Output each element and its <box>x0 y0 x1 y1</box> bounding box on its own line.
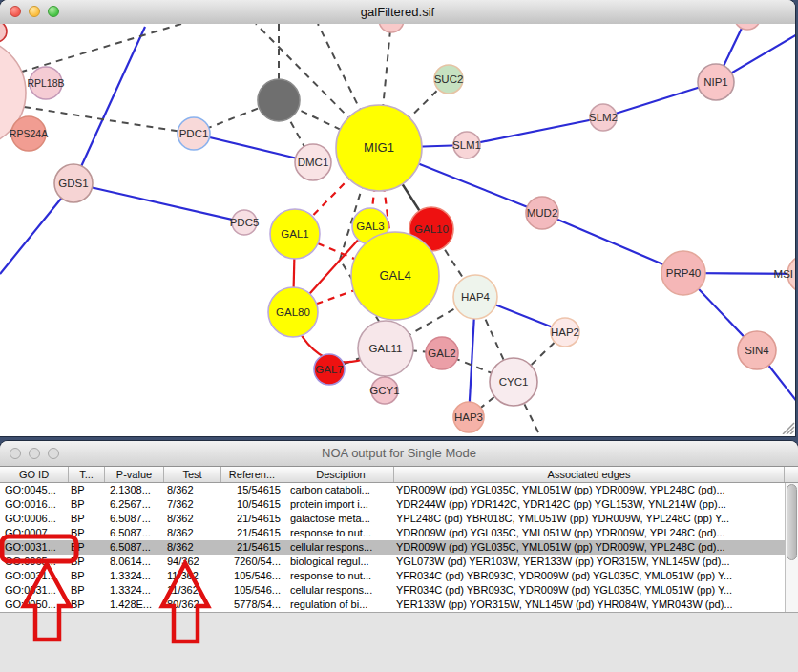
noa-window: NOA output for Single Mode GO IDT...P-va… <box>0 441 798 672</box>
column-header-p[interactable]: P-value <box>105 467 164 482</box>
network-node-top-mid-node[interactable] <box>379 24 404 32</box>
node-label-GAL7: GAL7 <box>315 364 343 375</box>
scrollbar-thumb[interactable] <box>787 484 797 560</box>
node-label-SIN4: SIN4 <box>745 345 769 356</box>
node-label-GCY1: GCY1 <box>369 385 399 396</box>
column-header-go[interactable]: GO ID <box>0 467 69 482</box>
vertical-scrollbar[interactable] <box>785 483 798 612</box>
node-label-GAL11: GAL11 <box>369 343 403 354</box>
zoom-button-icon[interactable] <box>48 6 59 17</box>
cell-test: 94/362 <box>164 555 221 569</box>
cell-ref: 5778/54... <box>221 598 284 612</box>
network-edge[interactable] <box>74 27 145 183</box>
node-label-SUC2: SUC2 <box>434 74 464 85</box>
network-node-red-sliver-node[interactable] <box>0 24 7 42</box>
table-row[interactable]: GO:0031...BP1.3324...11/362105/546...cel… <box>0 583 798 598</box>
network-window-titlebar[interactable]: galFiltered.sif <box>0 0 795 25</box>
cell-p: 1.3324... <box>105 569 164 583</box>
close-button-icon[interactable] <box>10 448 21 459</box>
node-label-GDS1: GDS1 <box>58 178 88 189</box>
network-edge[interactable] <box>542 213 683 273</box>
traffic-lights <box>10 6 59 17</box>
node-label-PDC1: PDC1 <box>179 128 209 139</box>
table-row[interactable]: GO:0031...BP6.5087...8/36221/54615cellul… <box>0 540 798 555</box>
cell-ref: 10/54615 <box>221 497 284 512</box>
cell-edges: YDR244W (pp) YDR142C, YDR142C (pp) YGL15… <box>394 497 785 512</box>
network-edge[interactable] <box>19 24 181 73</box>
cell-edges: YDR009W (pd) YGL035C, YML051W (pp) YDR00… <box>394 483 785 497</box>
cell-ref: 15/54615 <box>221 483 284 497</box>
window-title: NOA output for Single Mode <box>322 446 476 460</box>
cell-test: 80/362 <box>164 598 221 612</box>
node-label-HAP3: HAP3 <box>454 411 483 423</box>
node-label-MSI: MSI <box>774 268 793 280</box>
cell-edges: YGL073W (pd) YER103W, YER133W (pp) YOR31… <box>394 555 785 569</box>
column-header-edges[interactable]: Associated edges <box>394 467 785 482</box>
cell-p: 1.428E... <box>105 598 164 612</box>
cell-go: GO:0007... <box>0 526 69 540</box>
cell-go: GO:0045... <box>0 483 69 497</box>
node-label-MUD2: MUD2 <box>527 207 558 219</box>
cell-edges: YPL248C (pd) YBR018C, YML051W (pp) YDR00… <box>394 512 785 526</box>
network-edge[interactable] <box>467 117 603 145</box>
node-label-RPL18B: RPL18B <box>27 77 64 89</box>
node-label-CYC1: CYC1 <box>499 376 529 388</box>
resize-grip-icon <box>783 423 794 434</box>
cell-ref: 7260/54... <box>221 555 284 569</box>
cell-p: 1.3324... <box>105 583 164 598</box>
table-row[interactable]: GO:0006...BP6.5087...8/36221/54615galact… <box>0 512 798 526</box>
cell-ref: 21/54615 <box>221 540 284 555</box>
cell-go: GO:0016... <box>0 497 69 512</box>
cell-type: BP <box>69 497 105 512</box>
cell-edges: YER133W (pp) YOR315W, YNL145W (pd) YHR08… <box>394 598 785 612</box>
node-label-GAL4: GAL4 <box>379 268 410 283</box>
cell-ref: 21/54615 <box>221 526 284 540</box>
cell-desc: protein import i... <box>288 497 394 512</box>
cell-desc: regulation of bi... <box>288 598 394 612</box>
network-svg: RPL18BRPS24AGDS1PDC1DMC1MIG1SUC2SLM1SLM2… <box>0 24 795 434</box>
node-label-GAL2: GAL2 <box>428 347 455 359</box>
table-row[interactable]: GO:0016...BP6.2567...7/36210/54615protei… <box>0 497 798 512</box>
cell-test: 11/362 <box>164 569 221 583</box>
cell-type: BP <box>69 555 105 569</box>
cell-test: 8/362 <box>164 540 221 555</box>
cell-edges: YDR009W (pd) YGL035C, YML051W (pp) YDR00… <box>394 526 785 540</box>
column-header-ref[interactable]: Referen... <box>221 467 284 482</box>
cell-p: 2.1308... <box>105 483 164 497</box>
traffic-lights-inactive <box>10 448 59 459</box>
node-label-HAP4: HAP4 <box>461 291 491 303</box>
noa-window-titlebar[interactable]: NOA output for Single Mode <box>0 441 798 467</box>
network-canvas[interactable]: RPL18BRPS24AGDS1PDC1DMC1MIG1SUC2SLM1SLM2… <box>0 24 795 434</box>
network-node-gray-node[interactable] <box>258 79 300 121</box>
cell-test: 7/362 <box>164 497 221 512</box>
close-button-icon[interactable] <box>10 6 21 17</box>
table-row[interactable]: GO:0045...BP2.1308...8/36215/54615carbon… <box>0 483 798 497</box>
cell-test: 8/362 <box>164 483 221 497</box>
table-header: GO IDT...P-valueTestReferen...Desciption… <box>0 467 798 483</box>
minimize-button-icon[interactable] <box>29 448 40 459</box>
cell-type: BP <box>69 483 105 497</box>
cell-type: BP <box>69 583 105 598</box>
node-label-PRP40: PRP40 <box>666 267 701 279</box>
table-body: GO:0045...BP2.1308...8/36215/54615carbon… <box>0 483 798 612</box>
table-row[interactable]: GO:0065...BP8.0614...94/3627260/54...bio… <box>0 555 798 569</box>
network-edge[interactable] <box>24 107 194 134</box>
cell-desc: cellular respons... <box>288 540 394 555</box>
column-header-type[interactable]: T... <box>69 467 105 482</box>
column-header-test[interactable]: Test <box>164 467 221 482</box>
column-header-desc[interactable]: Desciption <box>288 467 394 482</box>
network-edge[interactable] <box>74 183 244 222</box>
cell-go: GO:0031... <box>0 583 69 598</box>
cell-desc: response to nut... <box>288 569 394 583</box>
cell-type: BP <box>69 540 105 555</box>
table-row[interactable]: GO:0050...BP1.428E...80/3625778/54...reg… <box>0 598 798 612</box>
table-row[interactable]: GO:0031...BP1.3324...11/362105/546...res… <box>0 569 798 583</box>
minimize-button-icon[interactable] <box>29 6 40 17</box>
cell-type: BP <box>69 598 105 612</box>
network-window: galFiltered.sif RPL18BRPS24AGDS1PDC1DMC1… <box>0 0 795 436</box>
table-row[interactable]: GO:0007...BP6.5087...8/36221/54615respon… <box>0 526 798 540</box>
cell-test: 11/362 <box>164 583 221 598</box>
zoom-button-icon[interactable] <box>48 448 59 459</box>
cell-type: BP <box>69 526 105 540</box>
network-node-top-right-node[interactable] <box>734 24 761 30</box>
